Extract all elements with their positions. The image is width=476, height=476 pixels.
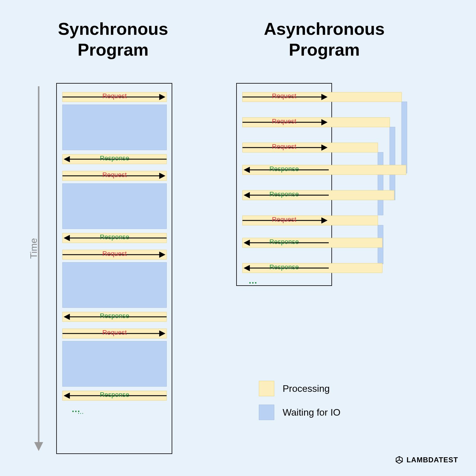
legend-label-waiting: Waiting for IO [283,407,340,418]
svg-text:Request: Request [102,329,127,336]
svg-text:Request: Request [272,118,296,125]
time-axis-label: Time [28,238,39,259]
svg-text:Request: Request [272,92,296,100]
svg-text:Response: Response [269,238,299,245]
title-synchronous: SynchronousProgram [45,18,181,60]
legend-processing: Processing [259,381,340,396]
svg-text:Response: Response [100,312,129,320]
svg-text:Response: Response [269,263,299,271]
svg-text:Response: Response [100,233,129,241]
svg-rect-35 [378,152,383,215]
svg-text:…: … [71,404,80,414]
svg-text:Request: Request [102,171,127,178]
legend: Processing Waiting for IO [259,381,340,428]
svg-rect-34 [390,127,395,200]
svg-text:Response: Response [269,165,299,173]
legend-label-processing: Processing [283,383,330,394]
svg-rect-12 [62,184,167,229]
svg-text:Response: Response [100,391,129,398]
svg-text:…: … [248,275,257,285]
diagram-svg: RequestResponseRequestResponseRequestRes… [0,0,476,476]
title-asynchronous: AsynchronousProgram [247,18,402,60]
svg-rect-33 [402,102,407,173]
svg-text:Request: Request [102,92,127,100]
svg-rect-19 [62,262,167,308]
svg-text:Request: Request [272,216,296,223]
brand-lambdatest: LAMBDATEST [395,456,458,464]
legend-swatch-processing [259,381,274,396]
lambdatest-logo-icon [395,456,403,464]
svg-text:Response: Response [269,190,299,198]
svg-text:Request: Request [272,143,296,150]
svg-rect-5 [62,105,167,150]
svg-text:Response: Response [100,154,129,162]
legend-waiting: Waiting for IO [259,405,340,420]
svg-text:Request: Request [102,250,127,257]
svg-rect-26 [62,341,167,386]
legend-swatch-waiting [259,405,274,420]
svg-rect-32 [237,83,332,286]
